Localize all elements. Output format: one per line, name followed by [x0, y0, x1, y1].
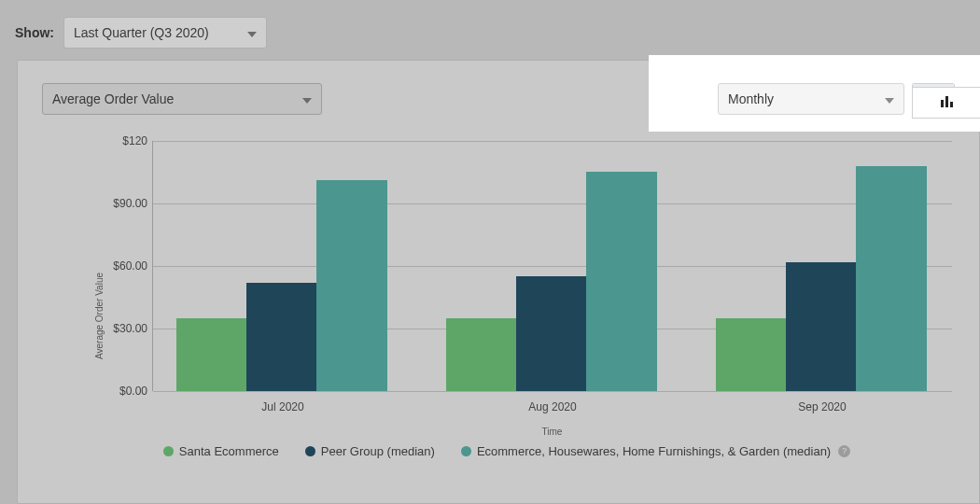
bar-series-b: [246, 283, 317, 391]
caret-down-icon: [247, 25, 257, 40]
x-tick: Aug 2020: [528, 400, 576, 413]
caret-down-icon: [302, 91, 312, 106]
legend-swatch: [461, 446, 471, 456]
card-header: Average Order Value Monthly: [18, 61, 979, 119]
y-tick: $90.00: [101, 197, 147, 210]
y-tick: $120: [101, 134, 147, 147]
y-tick: $60.00: [101, 259, 147, 273]
y-axis-title: Average Order Value: [94, 273, 105, 359]
legend-label: Santa Ecommerce: [179, 444, 279, 458]
chart-plot: $0.00 $30.00 $60.00 $90.00 $120 Jul 2020…: [152, 141, 951, 391]
legend-swatch: [163, 446, 174, 456]
y-tick: $0.00: [101, 385, 147, 398]
gridline: [153, 141, 952, 142]
bar-series-a: [446, 318, 517, 391]
x-tick: Sep 2020: [798, 400, 846, 413]
show-label: Show:: [15, 25, 54, 40]
bar-view-button[interactable]: [912, 87, 955, 115]
period-select[interactable]: Last Quarter (Q3 2020): [63, 17, 267, 49]
legend-label: Peer Group (median): [321, 444, 435, 458]
chart-area: Average Order Value $0.00 $30.00 $60.00 …: [59, 135, 955, 453]
legend-swatch: [305, 446, 315, 456]
svg-rect-0: [941, 100, 944, 107]
y-tick: $30.00: [101, 322, 147, 335]
top-bar: Show: Last Quarter (Q3 2020): [0, 0, 980, 62]
metric-select[interactable]: Average Order Value: [42, 83, 322, 115]
bar-series-c: [856, 166, 927, 391]
chart-card: Average Order Value Monthly: [17, 60, 980, 504]
bar-series-b: [516, 276, 587, 391]
gridline: [153, 391, 952, 392]
x-tick: Jul 2020: [261, 400, 303, 413]
bar-series-c: [316, 180, 387, 391]
help-icon[interactable]: ?: [838, 445, 850, 457]
caret-down-icon: [885, 91, 894, 106]
interval-select[interactable]: Monthly: [718, 83, 904, 115]
bar-chart-icon: [940, 94, 955, 111]
svg-rect-2: [950, 102, 953, 107]
interval-select-value: Monthly: [728, 91, 774, 106]
gridline: [153, 203, 952, 204]
legend-label: Ecommerce, Housewares, Home Furnishings,…: [477, 444, 831, 458]
bar-series-b: [786, 262, 857, 391]
bar-series-a: [716, 318, 787, 391]
bar-series-a: [176, 318, 247, 391]
period-select-value: Last Quarter (Q3 2020): [74, 25, 209, 40]
right-controls: Monthly: [718, 83, 955, 115]
svg-rect-1: [945, 96, 948, 107]
bar-series-c: [586, 172, 657, 391]
metric-select-value: Average Order Value: [52, 91, 174, 106]
view-toggle: [912, 83, 955, 115]
x-axis-title: Time: [542, 427, 563, 437]
